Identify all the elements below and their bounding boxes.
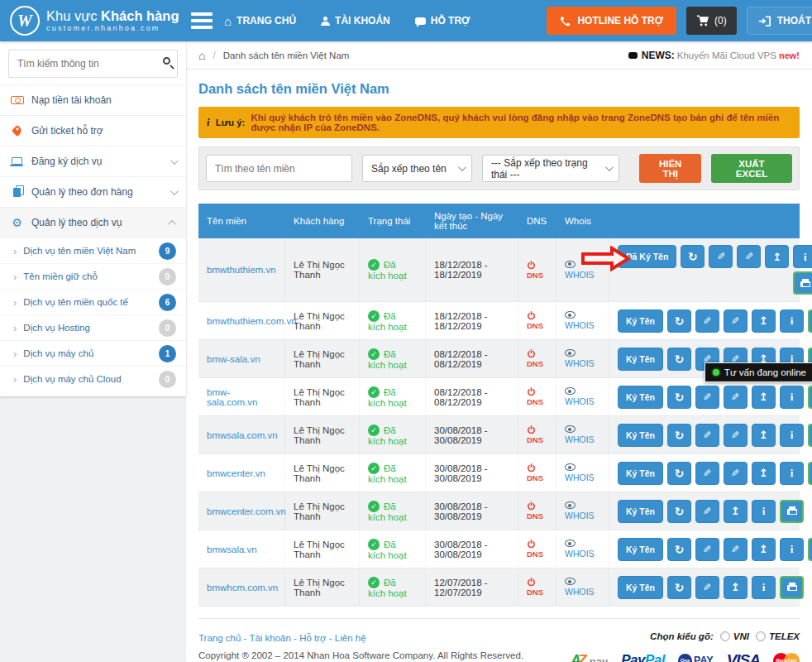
info-button[interactable]: i bbox=[793, 245, 812, 268]
dns-cell[interactable]: DNS bbox=[518, 492, 556, 530]
dns-cell[interactable]: DNS bbox=[518, 340, 556, 377]
whois-cell[interactable]: WHOIS bbox=[556, 238, 609, 301]
whois-cell[interactable]: WHOIS bbox=[556, 454, 609, 492]
sidebar-subitem-cloud-servers[interactable]: › Dịch vụ máy chủ Cloud 0 bbox=[0, 366, 186, 391]
news-ticker[interactable]: NEWS: Khuyến Mãi Cloud VPS new! bbox=[628, 50, 800, 61]
refresh-button[interactable]: ↻ bbox=[667, 538, 691, 561]
info-button[interactable]: i bbox=[780, 386, 804, 409]
edit-button[interactable]: ✎ bbox=[695, 500, 719, 523]
upload-button[interactable]: ↥ bbox=[752, 309, 776, 333]
footer-link-contact[interactable]: Liên hệ bbox=[327, 633, 366, 643]
dns-cell[interactable]: DNS bbox=[518, 238, 556, 301]
whois-cell[interactable]: WHOIS bbox=[556, 378, 609, 415]
print-button[interactable] bbox=[808, 538, 812, 561]
dns-cell[interactable]: DNS bbox=[518, 302, 556, 339]
upload-button[interactable]: ↥ bbox=[752, 424, 776, 447]
whois-cell[interactable]: WHOIS bbox=[556, 416, 609, 453]
print-button[interactable] bbox=[808, 386, 812, 409]
sidebar-subitem-intl-domains[interactable]: › Dịch vụ tên miền quốc tế 6 bbox=[0, 289, 186, 314]
edit-button[interactable]: ✎ bbox=[695, 424, 719, 447]
domain-link[interactable]: bmwthuthiem.vn bbox=[207, 265, 276, 275]
edit-button[interactable]: ✎ bbox=[695, 576, 719, 599]
sign-button[interactable]: Ký Tên bbox=[618, 462, 663, 485]
domain-link[interactable]: bmw-sala.vn bbox=[207, 354, 276, 364]
typing-option-telex[interactable]: TELEX bbox=[756, 631, 800, 641]
hamburger-menu-icon[interactable] bbox=[191, 9, 213, 32]
print-button[interactable] bbox=[808, 309, 812, 333]
show-button[interactable]: HIỂN THỊ bbox=[639, 154, 701, 183]
domain-link[interactable]: bmwcenter.com.vn bbox=[207, 506, 276, 516]
hotline-button[interactable]: HOTLINE HỖ TRỢ bbox=[547, 7, 676, 35]
refresh-button[interactable]: ↻ bbox=[667, 386, 691, 409]
domain-link[interactable]: bmwcenter.vn bbox=[207, 468, 276, 478]
sidebar-item-register-service[interactable]: Đăng ký dịch vụ bbox=[0, 146, 186, 176]
domain-link[interactable]: bmwsala.vn bbox=[207, 544, 276, 554]
refresh-button[interactable]: ↻ bbox=[667, 348, 691, 371]
onepay-logo[interactable]: OnePAY bbox=[678, 654, 714, 662]
nav-account[interactable]: TÀI KHOẢN bbox=[321, 15, 390, 26]
logout-button[interactable]: THOÁT bbox=[747, 7, 812, 35]
upload-button[interactable]: ↥ bbox=[752, 538, 776, 561]
footer-link-account[interactable]: Tài khoản bbox=[241, 633, 291, 643]
upload-button[interactable]: ↥ bbox=[765, 245, 789, 268]
azpay-logo[interactable]: AZpay bbox=[571, 652, 608, 662]
dns-cell[interactable]: DNS bbox=[518, 416, 556, 453]
whois-cell[interactable]: WHOIS bbox=[556, 340, 609, 377]
sidebar-subitem-reserved-domains[interactable]: › Tên miền giữ chỗ 0 bbox=[0, 263, 186, 289]
paypal-logo[interactable]: PayPal bbox=[621, 652, 665, 662]
dns-cell[interactable]: DNS bbox=[518, 378, 556, 415]
vni-radio[interactable] bbox=[720, 631, 730, 641]
sidebar-item-topup[interactable]: Nạp tiền tài khoản bbox=[0, 84, 186, 115]
domain-link[interactable]: bmwsala.com.vn bbox=[207, 430, 276, 440]
info-button[interactable]: i bbox=[752, 576, 776, 599]
domain-search-input[interactable] bbox=[206, 155, 352, 182]
info-button[interactable]: i bbox=[752, 500, 776, 523]
upload-button[interactable]: ↥ bbox=[724, 576, 748, 599]
domain-link[interactable]: bmwhcm.com.vn bbox=[207, 583, 276, 592]
sign-button[interactable]: Ký Tên bbox=[618, 309, 663, 333]
refresh-button[interactable]: ↻ bbox=[667, 424, 691, 447]
edit-button[interactable]: ✎ bbox=[737, 245, 761, 268]
sidebar-subitem-hosting[interactable]: › Dịch vụ Hosting 0 bbox=[0, 314, 186, 340]
edit-button[interactable]: ✎ bbox=[695, 462, 719, 485]
edit-button[interactable]: ✎ bbox=[709, 245, 733, 268]
dns-cell[interactable]: DNS bbox=[518, 454, 556, 492]
nav-home[interactable]: ⌂TRANG CHỦ bbox=[224, 15, 296, 27]
print-button[interactable] bbox=[808, 424, 812, 447]
upload-button[interactable]: ↥ bbox=[752, 386, 776, 409]
edit-button[interactable]: ✎ bbox=[724, 462, 748, 485]
brand-logo[interactable]: W Khu vực Khách hàng customer.nhanhoa.co… bbox=[0, 0, 186, 41]
sort-by-status-select[interactable]: --- Sắp xếp theo trạng thái --- bbox=[482, 155, 619, 182]
print-button[interactable] bbox=[793, 271, 812, 295]
print-button[interactable] bbox=[780, 576, 804, 599]
breadcrumb-home-icon[interactable]: ⌂ bbox=[198, 50, 205, 61]
sign-button[interactable]: Đã Ký Tên bbox=[618, 245, 676, 268]
print-button[interactable] bbox=[808, 462, 812, 485]
visa-logo[interactable]: VISA bbox=[727, 651, 760, 662]
print-button[interactable] bbox=[780, 500, 804, 523]
edit-button[interactable]: ✎ bbox=[695, 309, 719, 333]
sign-button[interactable]: Ký Tên bbox=[618, 538, 663, 561]
footer-link-support[interactable]: Hỗ trợ bbox=[291, 633, 327, 643]
dns-cell[interactable]: DNS bbox=[518, 568, 556, 606]
domain-link[interactable]: bmw-sala.com.vn bbox=[207, 387, 276, 407]
sidebar-item-ticket[interactable]: Gửi ticket hỗ trợ bbox=[0, 115, 186, 146]
info-button[interactable]: i bbox=[780, 309, 804, 333]
whois-cell[interactable]: WHOIS bbox=[556, 530, 609, 568]
search-icon[interactable] bbox=[163, 57, 170, 65]
whois-cell[interactable]: WHOIS bbox=[556, 568, 609, 606]
upload-button[interactable]: ↥ bbox=[752, 462, 776, 485]
edit-button[interactable]: ✎ bbox=[724, 309, 748, 333]
nav-support[interactable]: HỖ TRỢ bbox=[415, 15, 470, 26]
chat-online-tooltip[interactable]: Tư vấn đang online bbox=[705, 362, 812, 382]
edit-button[interactable]: ✎ bbox=[724, 386, 748, 409]
sign-button[interactable]: Ký Tên bbox=[618, 424, 663, 447]
sign-button[interactable]: Ký Tên bbox=[618, 576, 663, 599]
info-button[interactable]: i bbox=[780, 538, 804, 561]
refresh-button[interactable]: ↻ bbox=[681, 245, 705, 268]
info-button[interactable]: i bbox=[780, 424, 804, 447]
edit-button[interactable]: ✎ bbox=[724, 538, 748, 561]
dns-cell[interactable]: DNS bbox=[518, 530, 556, 568]
telex-radio[interactable] bbox=[756, 631, 766, 641]
sidebar-search-input[interactable] bbox=[8, 50, 178, 78]
